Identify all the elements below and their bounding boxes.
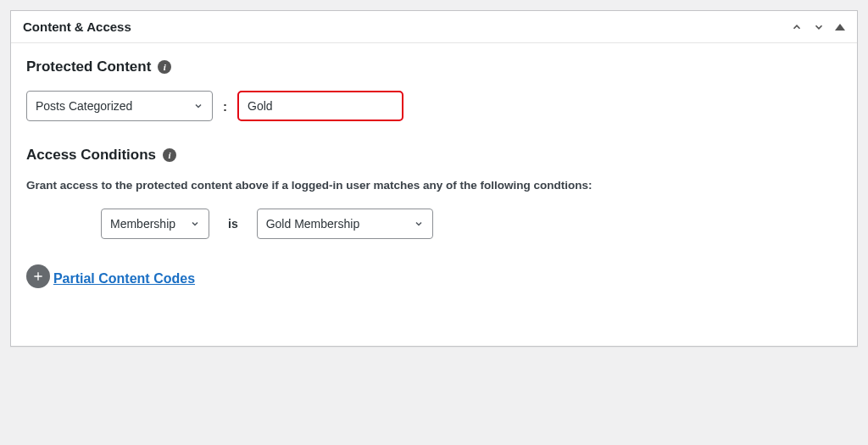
metabox-title: Content & Access [23,19,131,34]
condition-value: Gold Membership [266,217,360,231]
condition-type-value: Membership [110,217,175,231]
content-type-select-value: Posts Categorized [36,99,132,113]
toggle-panel-icon[interactable] [835,24,845,31]
content-value-input[interactable] [237,91,403,121]
add-condition-button[interactable] [26,264,50,288]
metabox-header: Content & Access [11,11,857,43]
condition-value-select[interactable]: Gold Membership [257,209,433,239]
metabox-order-controls [791,21,845,33]
protected-content-title: Protected Content [26,58,151,75]
access-conditions-description: Grant access to the protected content ab… [26,179,842,192]
is-label: is [228,217,238,231]
access-conditions-heading: Access Conditions i [26,147,842,164]
move-up-icon[interactable] [791,21,803,33]
partial-content-codes-link[interactable]: Partial Content Codes [53,271,195,286]
colon-separator: : [223,99,227,114]
protected-content-row: Posts Categorized : [26,91,842,121]
info-icon[interactable]: i [158,60,171,74]
access-conditions-title: Access Conditions [26,147,156,164]
move-down-icon[interactable] [813,21,825,33]
condition-row: Membership is Gold Membership [101,209,842,239]
content-type-select[interactable]: Posts Categorized [26,91,213,121]
info-icon[interactable]: i [163,148,176,162]
protected-content-heading: Protected Content i [26,58,842,75]
condition-type-select[interactable]: Membership [101,209,209,239]
content-access-metabox: Content & Access Protected Content i Pos… [10,10,858,347]
metabox-body: Protected Content i Posts Categorized : … [11,43,857,346]
